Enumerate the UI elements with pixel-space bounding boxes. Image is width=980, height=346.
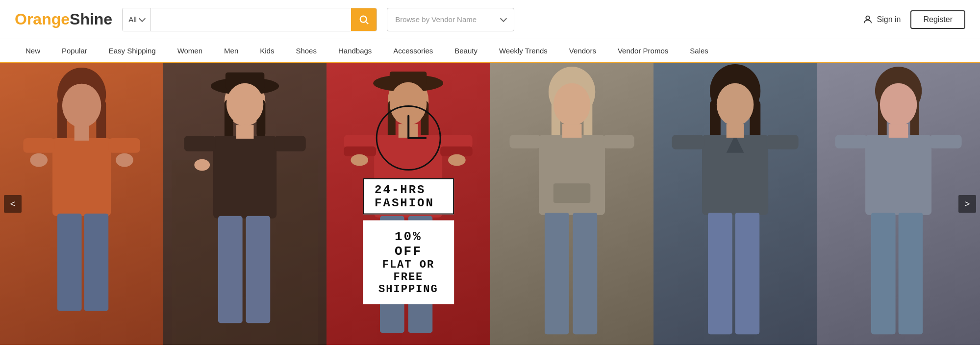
nav-item-easy-shipping[interactable]: Easy Shipping xyxy=(98,39,167,62)
search-bar: All xyxy=(122,8,377,31)
category-label: All xyxy=(128,15,137,24)
svg-rect-12 xyxy=(57,214,82,311)
svg-rect-71 xyxy=(708,213,732,334)
nav-item-handbags[interactable]: Handbags xyxy=(327,39,382,62)
svg-rect-68 xyxy=(726,124,744,138)
svg-rect-28 xyxy=(246,216,271,323)
nav-item-sales[interactable]: Sales xyxy=(679,39,719,62)
svg-rect-57 xyxy=(509,135,541,148)
svg-point-7 xyxy=(62,84,101,127)
hero-carousel: < xyxy=(0,63,980,345)
svg-rect-59 xyxy=(544,213,569,334)
nav-item-women[interactable]: Women xyxy=(167,39,213,62)
svg-rect-24 xyxy=(236,125,254,139)
register-button[interactable]: Register xyxy=(910,10,965,29)
chevron-down-icon xyxy=(139,15,146,22)
carousel-inner: 24-HRS FASHION 10% OFF FLAT OR FREE SHIP… xyxy=(0,63,980,345)
nav-item-vendors[interactable]: Vendors xyxy=(558,39,607,62)
sign-in-label: Sign in xyxy=(877,15,901,24)
promo-overlay: 24-HRS FASHION 10% OFF FLAT OR FREE SHIP… xyxy=(363,104,454,304)
svg-rect-27 xyxy=(218,216,243,323)
model-figure-1 xyxy=(0,63,163,345)
vendor-dropdown-chevron-icon xyxy=(500,15,507,22)
promo-shipping: FLAT OR FREE xyxy=(378,259,438,283)
svg-rect-26 xyxy=(274,136,306,151)
svg-rect-58 xyxy=(603,135,634,148)
svg-rect-10 xyxy=(23,138,55,153)
svg-rect-78 xyxy=(865,135,931,215)
svg-point-29 xyxy=(194,159,210,171)
model-figure-6 xyxy=(817,63,980,345)
nav-item-men[interactable]: Men xyxy=(213,39,249,62)
svg-point-2 xyxy=(866,16,869,19)
carousel-panel-4 xyxy=(490,63,653,345)
carousel-panel-5 xyxy=(653,63,817,345)
svg-point-0 xyxy=(360,16,367,22)
promo-discount: 10% OFF xyxy=(378,229,438,259)
svg-rect-72 xyxy=(735,213,759,334)
sign-in-button[interactable]: Sign in xyxy=(862,14,901,25)
logo-dark-part: Shine xyxy=(70,10,112,28)
svg-rect-25 xyxy=(184,136,216,151)
logo-orange-part: Orange xyxy=(15,10,70,28)
model-figure-4 xyxy=(490,63,653,345)
svg-rect-56 xyxy=(562,124,581,138)
search-category-dropdown[interactable]: All xyxy=(123,8,151,31)
promo-headline-box: 24-HRS FASHION xyxy=(363,178,454,215)
svg-point-15 xyxy=(116,153,133,167)
nav-item-kids[interactable]: Kids xyxy=(249,39,285,62)
svg-rect-8 xyxy=(52,138,111,216)
person-icon xyxy=(862,14,873,25)
nav-item-weekly-trends[interactable]: Weekly Trends xyxy=(488,39,558,62)
svg-rect-60 xyxy=(573,213,597,334)
promo-shipping2: SHIPPING xyxy=(378,283,438,296)
svg-rect-54 xyxy=(539,135,605,215)
promo-headline: 24-HRS FASHION xyxy=(375,183,434,210)
svg-rect-81 xyxy=(930,135,962,148)
chevron-right-icon: > xyxy=(965,199,970,209)
carousel-panel-6 xyxy=(817,63,980,345)
main-nav: New Popular Easy Shipping Women Men Kids… xyxy=(0,39,980,63)
svg-rect-55 xyxy=(553,183,590,203)
svg-rect-79 xyxy=(889,124,908,138)
search-button[interactable] xyxy=(351,8,377,31)
promo-discount-box: 10% OFF FLAT OR FREE SHIPPING xyxy=(363,221,454,304)
svg-point-65 xyxy=(717,83,754,126)
nav-item-popular[interactable]: Popular xyxy=(51,39,98,62)
auth-area: Sign in Register xyxy=(862,10,966,29)
logo[interactable]: OrangeShine xyxy=(15,10,112,28)
svg-rect-80 xyxy=(835,135,867,148)
carousel-panel-1 xyxy=(0,63,163,345)
svg-rect-9 xyxy=(75,126,89,141)
svg-point-77 xyxy=(880,83,917,126)
search-icon xyxy=(358,14,369,25)
nav-item-vendor-promos[interactable]: Vendor Promos xyxy=(607,39,679,62)
clock-circle-icon xyxy=(374,104,443,173)
svg-rect-69 xyxy=(672,135,704,149)
svg-line-1 xyxy=(366,22,368,24)
vendor-browse-label: Browse by Vendor Name xyxy=(395,15,477,24)
svg-point-14 xyxy=(30,153,48,167)
chevron-left-icon: < xyxy=(10,199,16,209)
nav-item-shoes[interactable]: Shoes xyxy=(285,39,327,62)
nav-item-new[interactable]: New xyxy=(15,39,51,62)
model-figure-5 xyxy=(653,63,817,345)
svg-rect-11 xyxy=(108,138,140,153)
svg-rect-70 xyxy=(766,135,799,149)
carousel-prev-button[interactable]: < xyxy=(4,195,22,213)
svg-point-53 xyxy=(553,83,590,126)
carousel-next-button[interactable]: > xyxy=(958,195,976,213)
clock-graphic xyxy=(374,104,443,173)
svg-rect-13 xyxy=(84,214,109,311)
nav-item-beauty[interactable]: Beauty xyxy=(444,39,488,62)
carousel-panel-3: 24-HRS FASHION 10% OFF FLAT OR FREE SHIP… xyxy=(327,63,490,345)
svg-point-22 xyxy=(226,83,263,125)
vendor-browse-dropdown[interactable]: Browse by Vendor Name xyxy=(387,8,514,31)
carousel-panel-2 xyxy=(163,63,327,345)
svg-rect-23 xyxy=(213,136,276,219)
header: OrangeShine All Browse by Vendor Name Si… xyxy=(0,0,980,39)
search-input[interactable] xyxy=(151,8,351,31)
svg-rect-83 xyxy=(898,213,923,334)
model-figure-2 xyxy=(163,63,327,345)
nav-item-accessories[interactable]: Accessories xyxy=(382,39,444,62)
